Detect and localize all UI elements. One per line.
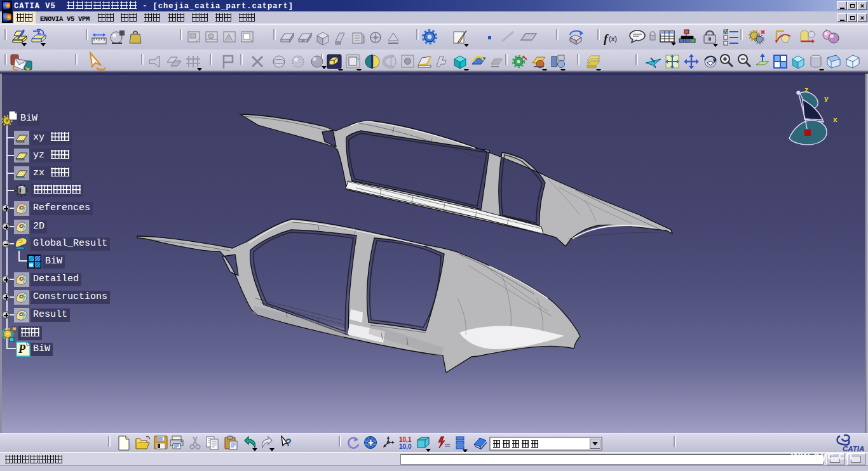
svg-text:f: f xyxy=(604,32,609,45)
svg-text:y: y xyxy=(824,95,829,103)
svg-text:?: ? xyxy=(285,437,292,448)
svg-text:x: x xyxy=(833,116,837,124)
svg-text:10,1: 10,1 xyxy=(399,436,412,443)
svg-text:P: P xyxy=(18,343,26,355)
svg-text:10,0: 10,0 xyxy=(399,443,412,450)
svg-text:(x): (x) xyxy=(609,35,617,43)
svg-text:z: z xyxy=(804,86,809,94)
